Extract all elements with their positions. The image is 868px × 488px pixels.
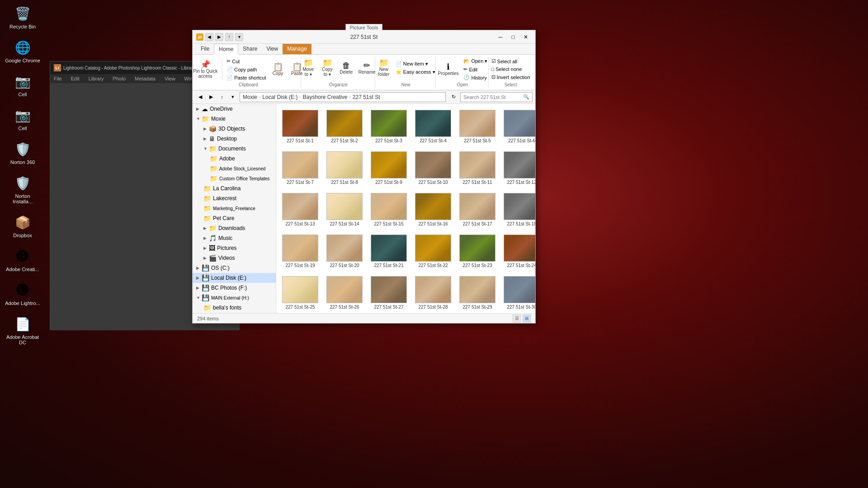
cell2-icon[interactable]: 📷 Cell: [5, 106, 41, 131]
address-bar[interactable]: Moxie › Local Disk (E:) › Bayshore Creat…: [240, 92, 446, 102]
sidebar-item-adobe-stock[interactable]: 📁 Adobe Stock_Licesned: [206, 164, 276, 174]
file-item-12[interactable]: 227 51st St-12: [501, 149, 535, 187]
file-item-27[interactable]: 227 51st St-27: [368, 274, 409, 312]
videos-arrow[interactable]: ▶: [203, 256, 209, 260]
adobe-lightroom-icon[interactable]: 🅛 Adobe Lightro...: [5, 281, 41, 306]
file-item-18[interactable]: 227 51st St-18: [501, 191, 535, 229]
file-item-19[interactable]: 227 51st St-19: [280, 232, 321, 270]
back-arrow[interactable]: ◀: [195, 92, 205, 102]
paste-shortcut-button[interactable]: 📄 Paste shortcut: [225, 74, 268, 81]
delete-button[interactable]: 🗑 Delete: [337, 60, 355, 76]
adobe-acrobat-icon[interactable]: 📄 Adobe Acrobat DC: [5, 315, 41, 345]
desktop-arrow[interactable]: ▶: [203, 136, 209, 141]
forward-btn[interactable]: ▶: [215, 33, 223, 41]
sidebar-item-local-disk-e[interactable]: ▶ 💾 Local Disk (E:): [193, 273, 276, 283]
sidebar-item-lakecrest[interactable]: 📁 Lakecrest: [200, 193, 276, 203]
copy-path-button[interactable]: 📄 Copy path: [225, 66, 268, 73]
move-to-button[interactable]: 📁 Moveto ▾: [299, 57, 317, 78]
sidebar-item-music[interactable]: ▶ 🎵 Music: [200, 233, 276, 243]
sidebar-item-custom-office[interactable]: 📁 Custom Office Templates: [206, 174, 276, 183]
file-item-25[interactable]: 227 51st St-25: [280, 274, 321, 312]
sidebar-item-onedrive[interactable]: ▶ ☁ OneDrive: [193, 104, 276, 114]
file-item-5[interactable]: 227 51st St-5: [457, 108, 498, 145]
breadcrumb-moxie[interactable]: Moxie: [243, 94, 257, 100]
file-item-9[interactable]: 227 51st St-9: [368, 149, 409, 187]
google-chrome-icon[interactable]: 🌐 Google Chrome: [5, 38, 41, 63]
sidebar-item-os-c[interactable]: ▶ 💾 OS (C:): [193, 263, 276, 273]
search-input[interactable]: [463, 94, 521, 100]
sidebar-item-adobe[interactable]: 📁 Adobe: [206, 154, 276, 164]
file-item-23[interactable]: 227 51st St-23: [457, 232, 498, 270]
cut-button[interactable]: ✂ Cut: [225, 57, 268, 65]
os-c-arrow[interactable]: ▶: [196, 266, 202, 270]
sidebar-item-desktop[interactable]: ▶ 🖥 Desktop: [200, 134, 276, 144]
tab-manage[interactable]: Manage: [283, 44, 311, 54]
local-disk-e-arrow[interactable]: ▶: [196, 276, 202, 280]
sidebar-item-bellas-fonts[interactable]: 📁 bella's fonts: [200, 303, 276, 313]
tab-home[interactable]: Home: [214, 44, 238, 55]
norton360-icon[interactable]: 🛡️ Norton 360: [5, 140, 41, 165]
music-arrow[interactable]: ▶: [203, 236, 209, 240]
search-bar[interactable]: 🔍: [460, 92, 533, 102]
sidebar-item-la-carolina[interactable]: 📁 La Carolina: [200, 183, 276, 193]
file-item-26[interactable]: 227 51st St-26: [324, 274, 365, 312]
recent-btn[interactable]: ▾: [235, 33, 243, 41]
file-item-1[interactable]: 227 51st St-1: [280, 108, 321, 145]
file-item-10[interactable]: 227 51st St-10: [413, 149, 453, 187]
grid-view-button[interactable]: ⊞: [523, 314, 531, 323]
invert-selection-button[interactable]: ⊡ Invert selection: [490, 73, 532, 81]
main-external-arrow[interactable]: ▼: [196, 296, 202, 300]
norton-install-icon[interactable]: 🛡️ Norton Installa...: [5, 174, 41, 204]
tab-share[interactable]: Share: [238, 44, 262, 54]
list-view-button[interactable]: ☰: [513, 314, 521, 323]
breadcrumb-localdisk[interactable]: Local Disk (E:): [262, 94, 297, 100]
file-item-6[interactable]: 227 51st St-6: [501, 108, 535, 145]
sidebar-item-marketing[interactable]: 📁 Marketing_Freelance: [200, 203, 276, 213]
sidebar-item-pictures[interactable]: ▶ 🖼 Pictures: [200, 243, 276, 253]
recycle-bin-icon[interactable]: 🗑️ Recycle Bin: [5, 5, 41, 29]
select-none-button[interactable]: □ Select none: [490, 66, 532, 73]
recent-dropdown[interactable]: ▾: [228, 92, 238, 102]
cell1-icon[interactable]: 📷 Cell: [5, 72, 41, 97]
sidebar-item-3dobjects[interactable]: ▶ 📦 3D Objects: [200, 124, 276, 134]
breadcrumb-bayshore[interactable]: Bayshore Creative: [303, 94, 348, 100]
3dobjects-arrow[interactable]: ▶: [203, 127, 209, 131]
file-item-7[interactable]: 227 51st St-7: [280, 149, 321, 187]
open-button[interactable]: 📂 Open ▾: [462, 57, 489, 65]
onedrive-arrow[interactable]: ▶: [196, 107, 202, 111]
edit-button[interactable]: ✏ Edit: [462, 66, 489, 73]
sidebar-item-pet-care[interactable]: 📁 Pet Care: [200, 213, 276, 223]
downloads-arrow[interactable]: ▶: [203, 226, 209, 230]
copy-to-button[interactable]: 📁 Copyto ▾: [318, 57, 336, 78]
properties-button[interactable]: ℹ Properties: [436, 61, 461, 77]
sidebar-item-moxie[interactable]: ▼ 📁 Moxie: [193, 114, 276, 124]
file-item-13[interactable]: 227 51st St-13: [280, 191, 321, 229]
sidebar-item-documents[interactable]: ▼ 📁 Documents: [200, 144, 276, 154]
file-item-30[interactable]: 227 51st St-30: [501, 274, 535, 312]
sidebar-item-main-external[interactable]: ▼ 💾 MAIN External (H:): [193, 293, 276, 303]
moxie-arrow[interactable]: ▼: [196, 117, 202, 121]
copy-button[interactable]: 📋 Copy: [269, 61, 287, 77]
file-item-11[interactable]: 227 51st St-11: [457, 149, 498, 187]
new-item-button[interactable]: 📄 New item ▾: [394, 60, 437, 68]
file-item-29[interactable]: 227 51st St-29: [457, 274, 498, 312]
sidebar-item-bc-photos[interactable]: ▶ 💾 BC Photos (F:): [193, 283, 276, 293]
back-btn[interactable]: ◀: [205, 33, 213, 41]
minimize-button[interactable]: ─: [495, 33, 506, 42]
file-item-3[interactable]: 227 51st St-3: [368, 108, 409, 145]
easy-access-button[interactable]: ⭐ Easy access ▾: [394, 68, 437, 76]
file-item-17[interactable]: 227 51st St-17: [457, 191, 498, 229]
pictures-arrow[interactable]: ▶: [203, 246, 209, 250]
file-item-20[interactable]: 227 51st St-20: [324, 232, 365, 270]
bc-photos-arrow[interactable]: ▶: [196, 286, 202, 290]
tab-file[interactable]: File: [196, 44, 214, 54]
history-button[interactable]: 🕐 History: [462, 74, 489, 81]
select-all-button[interactable]: ☑ Select all: [490, 57, 532, 65]
file-item-22[interactable]: 227 51st St-22: [413, 232, 453, 270]
file-item-24[interactable]: 227 51st St-24: [501, 232, 535, 270]
new-folder-button[interactable]: 📁 Newfolder: [375, 57, 393, 78]
pin-access-button[interactable]: 📌 Pin to Quickaccess: [191, 59, 220, 80]
file-item-28[interactable]: 227 51st St-28: [413, 274, 453, 312]
up-arrow[interactable]: ↑: [217, 92, 227, 102]
adobe-creative-icon[interactable]: 🅐 Adobe Creati...: [5, 247, 41, 272]
